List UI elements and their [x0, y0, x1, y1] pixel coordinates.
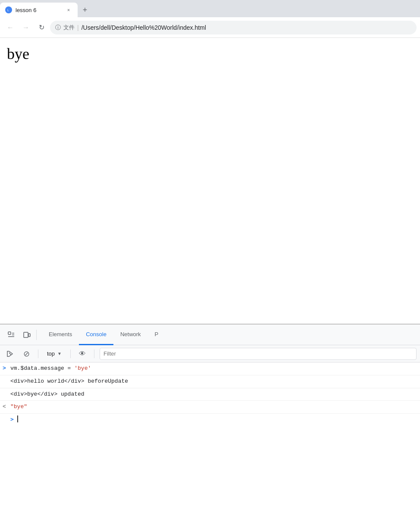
page-content: bye	[0, 38, 420, 324]
console-toolbar-divider	[38, 350, 38, 358]
page-main-text: bye	[7, 45, 413, 63]
devtools-panel: Elements Console Network P	[0, 324, 420, 509]
address-separator: |	[77, 24, 79, 31]
page-body: bye	[0, 38, 420, 324]
console-text-4: "bye"	[10, 403, 27, 412]
context-selector[interactable]: top ▼	[44, 348, 65, 360]
console-prompt-return: <	[3, 403, 6, 412]
forward-button[interactable]: →	[19, 21, 33, 34]
address-url: /Users/dell/Desktop/Hello%20World/index.…	[81, 24, 206, 31]
console-toolbar-divider2	[70, 350, 71, 358]
devtools-toolbar: Elements Console Network P	[0, 325, 420, 345]
console-output: > vm.$data.message = 'bye' <div>hello wo…	[0, 362, 420, 509]
svg-rect-6	[24, 332, 28, 337]
devtools-tabs: Elements Console Network P	[42, 325, 165, 345]
console-input-prompt: >	[10, 416, 14, 422]
console-text-1: vm.$data.message = 'bye'	[10, 364, 91, 373]
tab-bar: L lesson 6 × +	[0, 0, 420, 17]
address-prefix: 文件	[63, 24, 75, 31]
eye-icon[interactable]: 👁	[76, 347, 89, 360]
tab-title: lesson 6	[16, 7, 36, 13]
address-lock-icon: ⓘ	[55, 24, 61, 31]
console-toolbar: ⊘ top ▼ 👁	[0, 345, 420, 362]
console-text-3: <div>bye</div> updated	[10, 390, 85, 399]
reload-button[interactable]: ↻	[34, 21, 48, 34]
filter-input[interactable]	[100, 348, 417, 360]
svg-rect-7	[28, 334, 30, 337]
back-button[interactable]: ←	[3, 21, 17, 34]
console-toolbar-divider3	[94, 350, 94, 358]
context-arrow-icon: ▼	[57, 351, 62, 356]
console-cursor	[17, 415, 18, 422]
console-line-4: < "bye"	[0, 401, 420, 414]
address-bar[interactable]: ⓘ 文件 | /Users/dell/Desktop/Hello%20World…	[50, 21, 417, 34]
tab-favicon: L	[5, 6, 12, 13]
svg-text:L: L	[7, 9, 9, 12]
toolbar-divider	[36, 330, 37, 340]
console-line-2: <div>hello world</div> beforeUpdate	[0, 375, 420, 388]
active-tab[interactable]: L lesson 6 ×	[0, 3, 78, 17]
console-prompt-input: >	[3, 364, 6, 373]
tab-close-button[interactable]: ×	[65, 6, 72, 14]
console-line-3: <div>bye</div> updated	[0, 388, 420, 401]
tab-more[interactable]: P	[148, 325, 166, 345]
no-entry-icon[interactable]: ⊘	[20, 347, 33, 360]
console-cursor-line[interactable]: >	[0, 414, 420, 424]
context-label: top	[47, 350, 55, 357]
svg-rect-2	[8, 332, 11, 334]
tab-console[interactable]: Console	[79, 325, 113, 345]
console-text-2: <div>hello world</div> beforeUpdate	[10, 377, 128, 386]
console-line-1: > vm.$data.message = 'bye'	[0, 362, 420, 375]
new-tab-button[interactable]: +	[78, 3, 92, 17]
nav-bar: ← → ↻ ⓘ 文件 | /Users/dell/Desktop/Hello%2…	[0, 17, 420, 38]
browser-window: L lesson 6 × + ← → ↻ ⓘ 文件 | /Users/dell/…	[0, 0, 420, 509]
tab-network[interactable]: Network	[113, 325, 148, 345]
tab-elements[interactable]: Elements	[42, 325, 79, 345]
clear-console-button[interactable]	[3, 347, 16, 360]
device-toolbar-icon[interactable]	[19, 327, 34, 343]
inspector-icon[interactable]	[3, 327, 19, 343]
